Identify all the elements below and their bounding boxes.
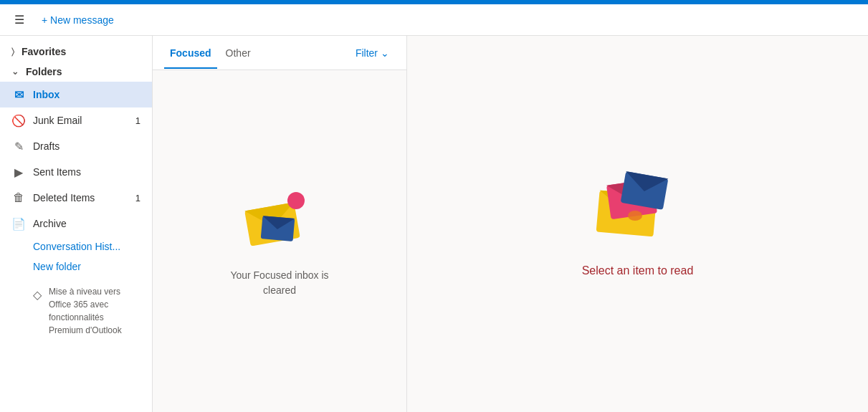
- new-message-label: + New message: [42, 14, 114, 26]
- sidebar: 〉 Favorites ⌄ Folders ✉ Inbox 🚫 Junk Ema…: [0, 36, 153, 412]
- filter-label: Filter: [356, 47, 378, 59]
- toolbar: ☰ + New message: [0, 4, 868, 36]
- tab-other[interactable]: Other: [220, 37, 257, 69]
- reading-pane: Select an item to read: [407, 36, 868, 412]
- deleted-icon: 🗑: [11, 191, 26, 204]
- sidebar-item-archive[interactable]: 📄 Archive: [0, 211, 152, 236]
- focused-tab-label: Focused: [170, 47, 211, 59]
- reading-pane-empty: Select an item to read: [582, 171, 694, 277]
- folders-header[interactable]: ⌄ Folders: [0, 62, 152, 82]
- new-folder-label: New folder: [33, 261, 81, 272]
- upgrade-text: Mise à niveau vers Office 365 avec fonct…: [49, 285, 140, 337]
- conversation-hist-link[interactable]: Conversation Hist...: [0, 236, 152, 257]
- reading-pane-empty-text: Select an item to read: [582, 264, 694, 277]
- junk-email-badge: 1: [126, 115, 140, 126]
- chevron-down-icon: ⌄: [381, 47, 389, 59]
- junk-email-label: Junk Email: [33, 115, 119, 126]
- sidebar-item-sent-items[interactable]: ▶ Sent Items: [0, 159, 152, 185]
- sent-icon: ▶: [11, 166, 26, 179]
- other-tab-label: Other: [226, 47, 251, 59]
- menu-button[interactable]: ☰: [9, 7, 30, 32]
- chevron-right-icon: 〉: [11, 47, 14, 57]
- folders-label: Folders: [26, 66, 62, 77]
- hamburger-icon: ☰: [14, 13, 24, 27]
- new-message-button[interactable]: + New message: [30, 9, 123, 32]
- svg-point-11: [628, 211, 642, 221]
- email-list-pane: Focused Other Filter ⌄ Your Foc: [153, 36, 407, 412]
- diamond-icon: ◇: [33, 287, 42, 304]
- focused-inbox-illustration: [240, 185, 319, 257]
- upgrade-section[interactable]: ◇ Mise à niveau vers Office 365 avec fon…: [0, 277, 152, 345]
- sidebar-item-inbox[interactable]: ✉ Inbox: [0, 82, 152, 107]
- archive-icon: 📄: [11, 217, 26, 231]
- new-folder-link[interactable]: New folder: [0, 257, 152, 277]
- drafts-icon: ✎: [11, 140, 26, 153]
- email-list-empty-text: Your Focused inbox is cleared: [230, 268, 328, 298]
- favorites-label: Favorites: [22, 46, 66, 57]
- sent-items-label: Sent Items: [33, 166, 140, 178]
- reading-pane-illustration: [583, 171, 691, 250]
- svg-point-4: [287, 192, 305, 209]
- main-layout: 〉 Favorites ⌄ Folders ✉ Inbox 🚫 Junk Ema…: [0, 36, 868, 412]
- email-list-empty: Your Focused inbox is cleared: [153, 70, 406, 412]
- inbox-icon: ✉: [11, 88, 26, 102]
- drafts-label: Drafts: [33, 140, 140, 152]
- conversation-hist-label: Conversation Hist...: [33, 241, 120, 252]
- chevron-down-icon: ⌄: [11, 67, 19, 77]
- tabs-bar: Focused Other Filter ⌄: [153, 36, 406, 70]
- deleted-items-badge: 1: [126, 193, 140, 203]
- inbox-label: Inbox: [33, 89, 140, 100]
- junk-icon: 🚫: [11, 114, 26, 128]
- deleted-items-label: Deleted Items: [33, 192, 119, 203]
- sidebar-item-junk-email[interactable]: 🚫 Junk Email 1: [0, 107, 152, 133]
- favorites-header[interactable]: 〉 Favorites: [0, 42, 152, 62]
- sidebar-item-deleted-items[interactable]: 🗑 Deleted Items 1: [0, 185, 152, 211]
- archive-label: Archive: [33, 218, 140, 229]
- filter-button[interactable]: Filter ⌄: [350, 44, 395, 62]
- tab-focused[interactable]: Focused: [164, 37, 217, 69]
- sidebar-item-drafts[interactable]: ✎ Drafts: [0, 133, 152, 159]
